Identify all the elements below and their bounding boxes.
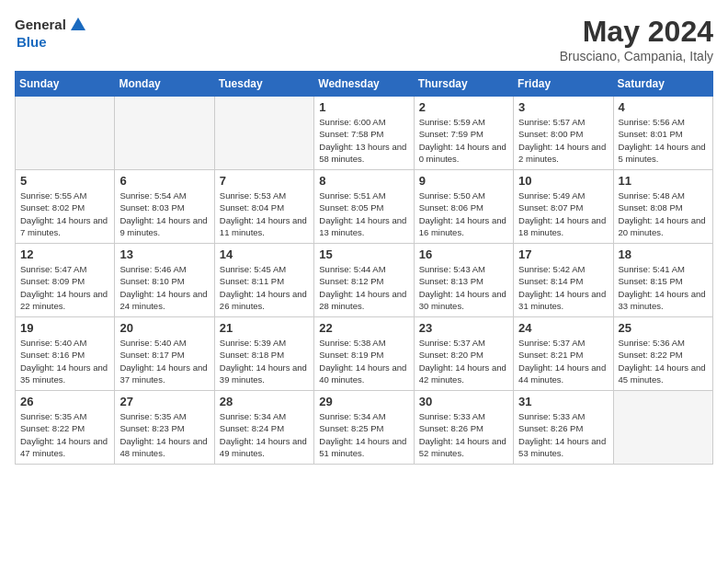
day-info: Sunrise: 5:38 AMSunset: 8:19 PMDaylight:… xyxy=(319,337,408,385)
day-number: 26 xyxy=(20,395,109,408)
calendar-cell: 23Sunrise: 5:37 AMSunset: 8:20 PMDayligh… xyxy=(414,317,513,391)
calendar-body: 1Sunrise: 6:00 AMSunset: 7:58 PMDaylight… xyxy=(16,97,713,465)
day-header-friday: Friday xyxy=(514,72,613,97)
day-info: Sunrise: 5:33 AMSunset: 8:26 PMDaylight:… xyxy=(419,410,508,459)
day-info: Sunrise: 5:35 AMSunset: 8:23 PMDaylight:… xyxy=(119,410,209,459)
month-title: May 2024 xyxy=(560,15,713,49)
day-number: 30 xyxy=(419,395,508,408)
calendar-cell: 29Sunrise: 5:34 AMSunset: 8:25 PMDayligh… xyxy=(314,391,414,465)
day-info: Sunrise: 5:44 AMSunset: 8:12 PMDaylight:… xyxy=(319,263,408,312)
day-header-tuesday: Tuesday xyxy=(214,72,313,97)
day-number: 28 xyxy=(220,395,309,408)
day-info: Sunrise: 5:43 AMSunset: 8:13 PMDaylight:… xyxy=(419,263,508,312)
day-info: Sunrise: 5:40 AMSunset: 8:16 PMDaylight:… xyxy=(20,337,109,385)
calendar-cell: 1Sunrise: 6:00 AMSunset: 7:58 PMDaylight… xyxy=(314,97,414,170)
day-info: Sunrise: 5:37 AMSunset: 8:21 PMDaylight:… xyxy=(518,337,608,385)
day-info: Sunrise: 5:50 AMSunset: 8:06 PMDaylight:… xyxy=(419,190,508,238)
calendar-cell: 3Sunrise: 5:57 AMSunset: 8:00 PMDaylight… xyxy=(514,97,613,170)
calendar-cell: 18Sunrise: 5:41 AMSunset: 8:15 PMDayligh… xyxy=(613,244,712,317)
calendar-cell: 15Sunrise: 5:44 AMSunset: 8:12 PMDayligh… xyxy=(314,244,414,317)
day-number: 4 xyxy=(619,100,708,114)
calendar-cell: 5Sunrise: 5:55 AMSunset: 8:02 PMDaylight… xyxy=(16,170,115,244)
calendar-cell: 25Sunrise: 5:36 AMSunset: 8:22 PMDayligh… xyxy=(613,317,712,391)
calendar-cell: 21Sunrise: 5:39 AMSunset: 8:18 PMDayligh… xyxy=(214,317,313,391)
day-info: Sunrise: 5:35 AMSunset: 8:22 PMDaylight:… xyxy=(20,410,109,459)
calendar-cell: 19Sunrise: 5:40 AMSunset: 8:16 PMDayligh… xyxy=(16,317,115,391)
day-number: 22 xyxy=(319,321,408,335)
calendar-cell: 14Sunrise: 5:45 AMSunset: 8:11 PMDayligh… xyxy=(214,244,313,317)
calendar-cell: 20Sunrise: 5:40 AMSunset: 8:17 PMDayligh… xyxy=(115,317,214,391)
day-number: 17 xyxy=(518,247,608,261)
day-info: Sunrise: 5:54 AMSunset: 8:03 PMDaylight:… xyxy=(119,190,209,238)
day-number: 27 xyxy=(119,395,209,408)
day-number: 1 xyxy=(319,100,408,114)
calendar-cell: 17Sunrise: 5:42 AMSunset: 8:14 PMDayligh… xyxy=(514,244,613,317)
calendar-header-row: SundayMondayTuesdayWednesdayThursdayFrid… xyxy=(16,72,713,97)
day-info: Sunrise: 5:40 AMSunset: 8:17 PMDaylight:… xyxy=(119,337,209,385)
day-number: 23 xyxy=(419,321,508,335)
day-number: 6 xyxy=(119,174,209,188)
day-info: Sunrise: 5:42 AMSunset: 8:14 PMDaylight:… xyxy=(518,263,608,312)
day-header-wednesday: Wednesday xyxy=(314,72,414,97)
day-number: 14 xyxy=(220,247,309,261)
day-number: 21 xyxy=(220,321,309,335)
day-info: Sunrise: 5:51 AMSunset: 8:05 PMDaylight:… xyxy=(319,190,408,238)
calendar-cell: 30Sunrise: 5:33 AMSunset: 8:26 PMDayligh… xyxy=(414,391,513,465)
day-number: 24 xyxy=(518,321,608,335)
day-header-saturday: Saturday xyxy=(613,72,712,97)
day-number: 20 xyxy=(119,321,209,335)
week-row-4: 19Sunrise: 5:40 AMSunset: 8:16 PMDayligh… xyxy=(16,317,713,391)
logo-icon xyxy=(68,15,88,35)
logo-blue: Blue xyxy=(17,35,47,51)
calendar-cell: 27Sunrise: 5:35 AMSunset: 8:23 PMDayligh… xyxy=(115,391,214,465)
day-info: Sunrise: 5:33 AMSunset: 8:26 PMDaylight:… xyxy=(518,410,608,459)
calendar-cell: 22Sunrise: 5:38 AMSunset: 8:19 PMDayligh… xyxy=(314,317,414,391)
day-info: Sunrise: 5:56 AMSunset: 8:01 PMDaylight:… xyxy=(619,116,708,165)
calendar-cell xyxy=(214,97,313,170)
day-info: Sunrise: 5:57 AMSunset: 8:00 PMDaylight:… xyxy=(518,116,608,165)
day-info: Sunrise: 5:37 AMSunset: 8:20 PMDaylight:… xyxy=(419,337,508,385)
calendar-cell: 8Sunrise: 5:51 AMSunset: 8:05 PMDaylight… xyxy=(314,170,414,244)
day-number: 7 xyxy=(220,174,309,188)
calendar-cell: 11Sunrise: 5:48 AMSunset: 8:08 PMDayligh… xyxy=(613,170,712,244)
calendar-cell: 24Sunrise: 5:37 AMSunset: 8:21 PMDayligh… xyxy=(514,317,613,391)
day-info: Sunrise: 5:34 AMSunset: 8:24 PMDaylight:… xyxy=(220,410,309,459)
day-number: 12 xyxy=(20,247,109,261)
logo-general: General xyxy=(15,17,66,33)
day-number: 29 xyxy=(319,395,408,408)
calendar-cell: 28Sunrise: 5:34 AMSunset: 8:24 PMDayligh… xyxy=(214,391,313,465)
day-number: 2 xyxy=(419,100,508,114)
day-number: 19 xyxy=(20,321,109,335)
day-header-sunday: Sunday xyxy=(16,72,115,97)
day-info: Sunrise: 5:46 AMSunset: 8:10 PMDaylight:… xyxy=(119,263,209,312)
day-info: Sunrise: 5:59 AMSunset: 7:59 PMDaylight:… xyxy=(419,116,508,165)
day-info: Sunrise: 5:39 AMSunset: 8:18 PMDaylight:… xyxy=(220,337,309,385)
day-info: Sunrise: 6:00 AMSunset: 7:58 PMDaylight:… xyxy=(319,116,408,165)
logo: General Blue xyxy=(15,15,88,51)
location-title: Brusciano, Campania, Italy xyxy=(560,49,713,63)
calendar-cell: 4Sunrise: 5:56 AMSunset: 8:01 PMDaylight… xyxy=(613,97,712,170)
day-number: 16 xyxy=(419,247,508,261)
day-info: Sunrise: 5:55 AMSunset: 8:02 PMDaylight:… xyxy=(20,190,109,238)
day-number: 25 xyxy=(619,321,708,335)
day-info: Sunrise: 5:41 AMSunset: 8:15 PMDaylight:… xyxy=(619,263,708,312)
calendar-cell: 31Sunrise: 5:33 AMSunset: 8:26 PMDayligh… xyxy=(514,391,613,465)
calendar-cell xyxy=(613,391,712,465)
calendar-cell xyxy=(115,97,214,170)
calendar-cell: 26Sunrise: 5:35 AMSunset: 8:22 PMDayligh… xyxy=(16,391,115,465)
calendar-cell: 6Sunrise: 5:54 AMSunset: 8:03 PMDaylight… xyxy=(115,170,214,244)
calendar-table: SundayMondayTuesdayWednesdayThursdayFrid… xyxy=(15,71,713,465)
day-number: 11 xyxy=(619,174,708,188)
day-number: 13 xyxy=(119,247,209,261)
week-row-5: 26Sunrise: 5:35 AMSunset: 8:22 PMDayligh… xyxy=(16,391,713,465)
calendar-cell: 13Sunrise: 5:46 AMSunset: 8:10 PMDayligh… xyxy=(115,244,214,317)
day-info: Sunrise: 5:53 AMSunset: 8:04 PMDaylight:… xyxy=(220,190,309,238)
calendar-cell: 10Sunrise: 5:49 AMSunset: 8:07 PMDayligh… xyxy=(514,170,613,244)
day-number: 18 xyxy=(619,247,708,261)
day-info: Sunrise: 5:45 AMSunset: 8:11 PMDaylight:… xyxy=(220,263,309,312)
day-number: 3 xyxy=(518,100,608,114)
day-info: Sunrise: 5:34 AMSunset: 8:25 PMDaylight:… xyxy=(319,410,408,459)
day-info: Sunrise: 5:48 AMSunset: 8:08 PMDaylight:… xyxy=(619,190,708,238)
title-block: May 2024 Brusciano, Campania, Italy xyxy=(560,15,713,63)
calendar-cell: 7Sunrise: 5:53 AMSunset: 8:04 PMDaylight… xyxy=(214,170,313,244)
